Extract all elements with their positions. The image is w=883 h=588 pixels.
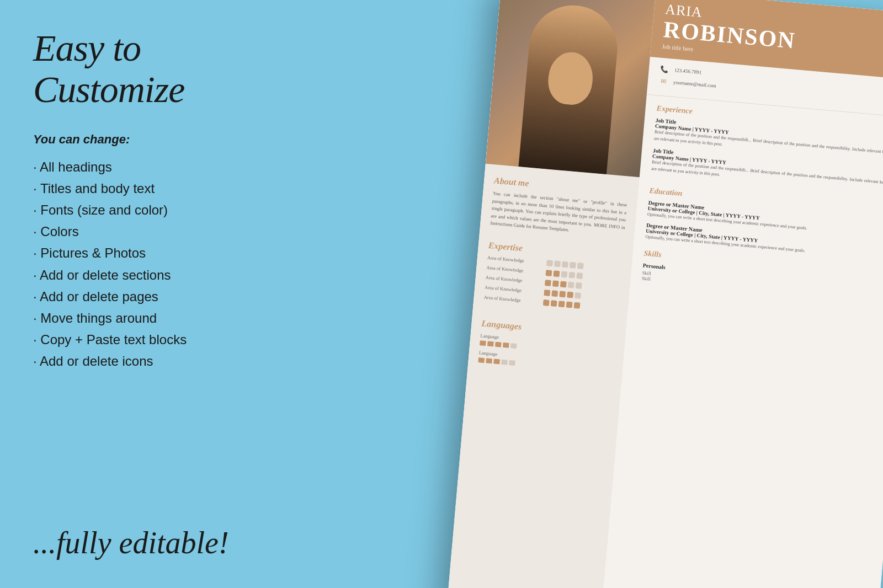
skill-label: Area of Knowledge (486, 265, 541, 275)
subtitle: You can change: (33, 132, 276, 147)
skill-label: Area of Knowledge (487, 255, 542, 265)
skill-dots (545, 270, 583, 279)
skill-dot (562, 261, 568, 268)
about-me-text: You can include the section "about me" o… (490, 190, 627, 239)
skill-dot (576, 272, 583, 279)
skill-dot (568, 282, 575, 288)
skill-dot (570, 262, 576, 269)
skill-dot (553, 270, 560, 277)
skill-dots (546, 260, 584, 269)
list-item: · Move things around (33, 308, 276, 328)
skill-dots (545, 280, 582, 289)
lang-dot (493, 359, 500, 364)
lang-dot (495, 342, 502, 348)
education-section: Education Degree or Master Name Universi… (645, 186, 883, 263)
resume-wrapper: About me You can include the section "ab… (447, 0, 883, 588)
about-me-section: About me You can include the section "ab… (490, 175, 629, 239)
lang-dot (486, 358, 492, 364)
skill-dot (576, 282, 582, 289)
skill-dot (574, 302, 581, 309)
skill-dot (544, 290, 550, 296)
skill-dot (551, 290, 558, 297)
skill-label: Area of Knowledge (485, 275, 540, 285)
list-item: · Fonts (size and color) (33, 200, 276, 220)
skill-dots (543, 300, 581, 309)
skill-label: Area of Knowledge (483, 295, 539, 305)
skill-dot (546, 260, 553, 266)
email-text: yourname@mail.com (673, 79, 717, 89)
lang-dot (503, 343, 509, 348)
skill-dot (545, 280, 551, 286)
skill-dot (568, 272, 575, 279)
resume-main-content: Experience Job Title Company Name | YYYY… (630, 95, 883, 312)
skill-dot (567, 292, 573, 298)
experience-section: Experience Job Title Company Name | YYYY… (651, 104, 883, 200)
skill-dot (543, 300, 550, 306)
skill-dot (577, 263, 584, 269)
skill-dot (554, 260, 561, 267)
lang-dot (501, 360, 508, 365)
skill-dot (575, 292, 581, 299)
lang-dot (487, 341, 494, 346)
expertise-section: Expertise Area of Knowledge Area of Know… (483, 240, 623, 316)
lang-dot (509, 360, 515, 366)
skill-dot (561, 271, 567, 278)
skill-dots (544, 290, 581, 299)
resume-left-content: About me You can include the section "ab… (467, 164, 640, 391)
skill-dot (566, 302, 573, 308)
lang-dot (510, 343, 517, 349)
bottom-tagline: ...fully editable! (33, 526, 276, 560)
lang-dot (478, 357, 485, 363)
list-item: · Titles and body text (33, 178, 276, 199)
languages-section: Languages Language Language (478, 318, 616, 378)
lang-dot (480, 340, 486, 346)
email-icon: ✉ (658, 77, 668, 86)
main-title: Easy to Customize (33, 28, 276, 110)
list-item: · All headings (33, 157, 276, 177)
list-item: · Add or delete icons (33, 351, 276, 371)
features-list: · All headings · Titles and body text · … (33, 157, 276, 372)
resume-photo (486, 0, 656, 177)
list-item: · Colors (33, 221, 276, 242)
skill-dot (558, 301, 565, 307)
list-item: · Add or delete pages (33, 286, 276, 307)
list-item: · Add or delete sections (33, 265, 276, 285)
skill-dot (552, 280, 559, 287)
skill-label: Area of Knowledge (485, 285, 540, 295)
skill-dot (559, 291, 566, 297)
skill-dot (545, 270, 552, 276)
resume-card: About me You can include the section "ab… (447, 0, 883, 588)
skill-dot (551, 300, 557, 307)
list-item: · Copy + Paste text blocks (33, 329, 276, 350)
skill-dot (560, 281, 567, 287)
left-panel: Easy to Customize You can change: · All … (0, 0, 309, 588)
phone-icon: 📞 (659, 65, 669, 74)
list-item: · Pictures & Photos (33, 243, 276, 263)
phone-text: 123.456.7891 (674, 67, 701, 75)
